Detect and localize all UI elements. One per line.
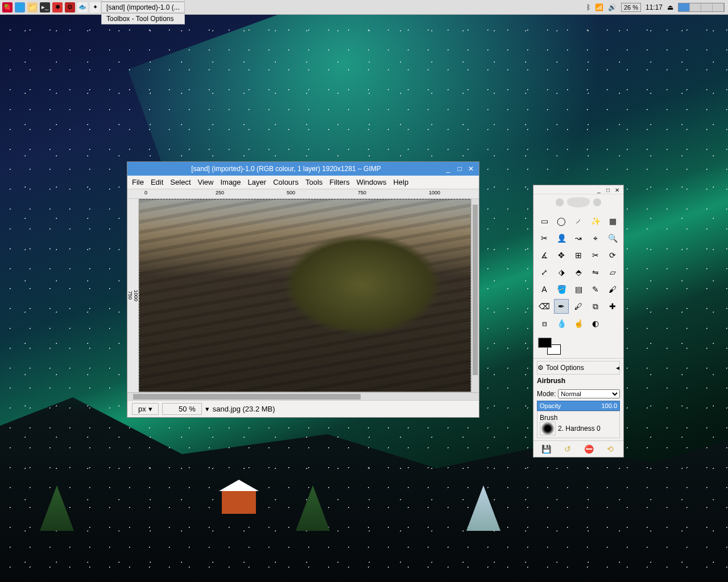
tool-shear[interactable]: ⬗: [554, 265, 569, 280]
tool-pencil[interactable]: ✎: [588, 282, 603, 297]
menu-layer[interactable]: Layer: [248, 178, 267, 186]
minimize-button[interactable]: _: [595, 186, 603, 193]
wifi-icon[interactable]: 📶: [595, 3, 603, 11]
menu-colours[interactable]: Colours: [273, 178, 299, 186]
tool-fuzzy-select[interactable]: ✨: [588, 214, 603, 228]
bluetooth-icon[interactable]: ᛒ: [586, 3, 590, 11]
battery-indicator[interactable]: 26 %: [621, 3, 641, 12]
tool-scale[interactable]: ⤢: [537, 265, 552, 280]
tool-heal[interactable]: ✚: [605, 299, 620, 314]
menu-help[interactable]: Help: [393, 178, 408, 186]
volume-icon[interactable]: 🔊: [608, 3, 617, 11]
tool-options-header[interactable]: ⚙ Tool Options ◂: [537, 361, 620, 375]
menu-filters[interactable]: Filters: [329, 178, 349, 186]
brush-selector[interactable]: 2. Hardness 0: [540, 422, 617, 435]
maximize-button[interactable]: □: [455, 164, 464, 173]
tool-smudge[interactable]: ☝: [571, 316, 586, 331]
app-icon[interactable]: ✱: [52, 2, 63, 13]
menu-view[interactable]: View: [198, 178, 214, 186]
tool-zoom[interactable]: 🔍: [605, 231, 620, 246]
tool-dodge[interactable]: ◐: [588, 316, 603, 331]
tool-airbrush[interactable]: ✒: [554, 299, 569, 314]
web-browser-icon[interactable]: 🌐: [15, 2, 25, 13]
zoom-dropdown[interactable]: ▾: [205, 405, 209, 413]
terminal-icon[interactable]: ▸_: [40, 2, 50, 13]
image-canvas[interactable]: [139, 199, 471, 392]
menu-edit[interactable]: Edit: [151, 178, 163, 186]
tool-free-select[interactable]: ⟋: [571, 214, 586, 228]
tool-paintbrush[interactable]: 🖌: [605, 282, 620, 297]
tool-bucket[interactable]: 🪣: [554, 282, 569, 297]
tool-perspective[interactable]: ⬘: [571, 265, 586, 280]
mode-select[interactable]: Normal: [558, 389, 620, 398]
tool-eraser[interactable]: ⌫: [537, 299, 552, 314]
tool-perspective-clone[interactable]: ⧈: [537, 316, 552, 331]
tool-blur[interactable]: 💧: [554, 316, 569, 331]
app-icon[interactable]: 🐟: [77, 2, 88, 13]
menu-select[interactable]: Select: [170, 178, 191, 186]
ruler-vertical[interactable]: 75010001: [127, 199, 139, 392]
menu-tools[interactable]: Tools: [305, 178, 322, 186]
reset-icon[interactable]: ⟲: [605, 443, 616, 455]
gimp-toolbox-window: _ □ ✕ ▭◯⟋✨▦✂👤↝⌖🔍∡✥⊞✂⟳⤢⬗⬘⇋▱A🪣▤✎🖌⌫✒🖋⧉✚⧈💧☝◐…: [533, 185, 624, 458]
close-button[interactable]: ✕: [466, 164, 475, 173]
maximize-button[interactable]: □: [604, 186, 612, 193]
delete-preset-icon[interactable]: ⛔: [584, 443, 595, 455]
brush-label: Brush: [540, 414, 617, 422]
detach-icon[interactable]: ◂: [616, 364, 619, 372]
gimp-image-window: [sand] (imported)-1.0 (RGB colour, 1 lay…: [127, 161, 479, 418]
canvas-area: 75010001: [127, 199, 479, 392]
tool-ink[interactable]: 🖋: [571, 299, 586, 314]
tool-flip[interactable]: ⇋: [588, 265, 603, 280]
tool-color-select[interactable]: ▦: [605, 214, 620, 228]
tool-blend[interactable]: ▤: [571, 282, 586, 297]
workspace-2[interactable]: [690, 3, 701, 11]
tool-measure[interactable]: ∡: [537, 248, 552, 263]
tool-crop[interactable]: ✂: [588, 248, 603, 263]
minimize-button[interactable]: _: [444, 164, 453, 173]
tool-cage[interactable]: ▱: [605, 265, 620, 280]
restore-preset-icon[interactable]: ↺: [562, 443, 573, 455]
workspace-1[interactable]: [679, 3, 690, 11]
tool-ellipse-select[interactable]: ◯: [554, 214, 569, 228]
tool-clone[interactable]: ⧉: [588, 299, 603, 314]
tool-rect-select[interactable]: ▭: [537, 214, 552, 228]
eject-icon[interactable]: ⏏: [667, 3, 673, 11]
tool-foreground-sel[interactable]: 👤: [554, 231, 569, 246]
fg-bg-colors[interactable]: [533, 334, 623, 358]
brush-box: Brush 2. Hardness 0: [537, 411, 620, 438]
zoom-field[interactable]: 50 %: [162, 403, 202, 415]
menu-image[interactable]: Image: [220, 178, 241, 186]
file-manager-icon[interactable]: 📁: [27, 2, 38, 13]
workspace-3[interactable]: [701, 3, 713, 11]
save-preset-icon[interactable]: 💾: [541, 443, 552, 455]
fg-color-swatch[interactable]: [538, 338, 552, 348]
tool-rotate[interactable]: ⟳: [605, 248, 620, 263]
workspace-4[interactable]: [713, 3, 724, 11]
app-icon[interactable]: ⚙: [65, 2, 75, 13]
ruler-horizontal[interactable]: 02505007501000: [127, 189, 479, 199]
taskbar-task[interactable]: [sand] (imported)-1.0 (...: [101, 2, 185, 13]
raspberry-menu-icon[interactable]: 🍓: [2, 2, 13, 13]
app-icon[interactable]: ✦: [90, 2, 100, 13]
clock[interactable]: 11:17: [646, 3, 663, 11]
menu-windows[interactable]: Windows: [357, 178, 387, 186]
tool-text[interactable]: A: [537, 282, 552, 297]
opacity-slider[interactable]: Opacity 100.0: [537, 401, 620, 411]
scrollbar-vertical[interactable]: [471, 199, 479, 392]
gimp-titlebar[interactable]: [sand] (imported)-1.0 (RGB colour, 1 lay…: [127, 162, 479, 176]
tool-move[interactable]: ✥: [554, 248, 569, 263]
close-button[interactable]: ✕: [613, 186, 621, 193]
tool-scissors[interactable]: ✂: [537, 231, 552, 246]
tool-align[interactable]: ⊞: [571, 248, 586, 263]
taskbar-task[interactable]: Toolbox - Tool Options: [101, 13, 185, 24]
scrollbar-horizontal[interactable]: [127, 392, 479, 400]
unit-selector[interactable]: px▾: [132, 403, 159, 415]
tool-options-buttons: 💾 ↺ ⛔ ⟲: [533, 440, 623, 457]
taskbar-tasks: [xsnow][sand] (imported)-1.0 (...Toolbox…: [100, 0, 185, 24]
tool-paths[interactable]: ↝: [571, 231, 586, 246]
menu-file[interactable]: File: [132, 178, 144, 186]
taskbar-launchers: 🍓 🌐 📁 ▸_ ✱ ⚙ 🐟 ✦: [0, 2, 100, 13]
tool-color-picker[interactable]: ⌖: [588, 231, 603, 246]
workspace-pager[interactable]: [678, 3, 725, 12]
